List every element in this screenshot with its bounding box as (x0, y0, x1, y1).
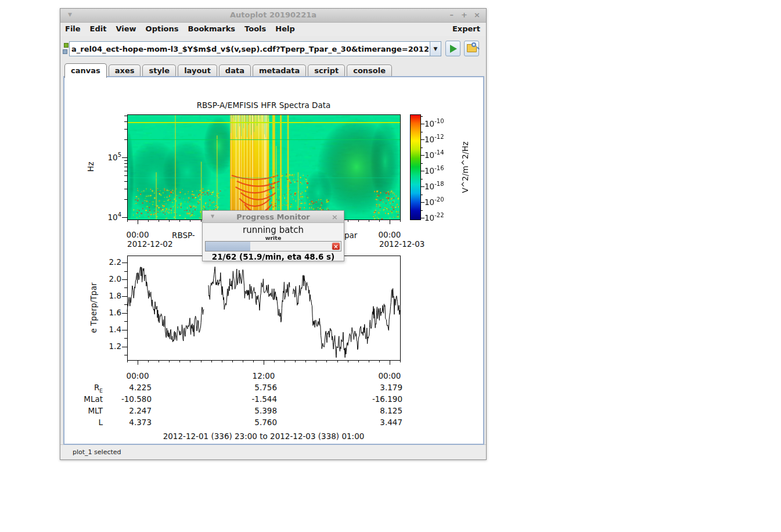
tick-label: 00:00 (120, 230, 155, 239)
tick-label: 12:00 (246, 371, 281, 380)
blue-led-icon (63, 49, 67, 54)
tick-label: 10-18 (424, 181, 459, 191)
tab-script[interactable]: script (308, 64, 345, 77)
uri-toolbar: ▼ (60, 36, 486, 62)
play-icon (450, 45, 457, 53)
tick-label: 1.2 (92, 342, 121, 351)
status-text: plot_1 selected (73, 448, 121, 456)
tick-label: 10-12 (424, 134, 459, 144)
menu-edit[interactable]: Edit (85, 23, 111, 35)
tab-console[interactable]: console (347, 64, 392, 77)
spectrogram-canvas[interactable] (121, 109, 406, 225)
maximize-button[interactable]: + (461, 10, 467, 19)
progress-bar: × (205, 241, 341, 251)
tick-label: 2.2 (92, 257, 121, 267)
status-bar: plot_1 selected (60, 444, 486, 459)
progress-bar-fill (206, 242, 250, 251)
tab-bar: canvasaxesstylelayoutdatametadatascriptc… (64, 62, 486, 77)
table-value: -16.190 (333, 394, 402, 404)
menu-tools[interactable]: Tools (240, 23, 271, 35)
table-value: 5.760 (207, 418, 277, 427)
spectrogram-y-axis-label: Hz (86, 143, 95, 190)
tab-style[interactable]: style (142, 64, 176, 77)
timerange-footer: 2012-12-01 (336) 23:00 to 2012-12-03 (33… (64, 432, 463, 441)
uri-input[interactable] (70, 42, 430, 55)
tick-label: 00:00 (120, 371, 155, 380)
tick-label: 10-20 (424, 196, 459, 207)
combo-dropdown-icon[interactable]: ▼ (430, 42, 441, 56)
datasource-type-icons (62, 43, 69, 55)
progress-monitor-dialog: ▼ Progress Monitor × running batch write… (202, 210, 344, 261)
menu-options[interactable]: Options (141, 23, 183, 35)
tick-label: 105 (92, 152, 121, 162)
table-value: 3.179 (333, 383, 402, 392)
expert-menu[interactable]: Expert (452, 24, 480, 33)
tick-label: 00:00 (372, 371, 407, 380)
tab-layout[interactable]: layout (178, 64, 217, 77)
menu-view[interactable]: View (111, 23, 141, 35)
uri-combobox: ▼ (69, 41, 441, 56)
dialog-titlebar[interactable]: ▼ Progress Monitor × (203, 211, 344, 223)
window-title: Autoplot 20190221a (60, 10, 486, 19)
date-label: 2012-12-02 (127, 239, 182, 249)
tick-label: 10-22 (424, 212, 459, 222)
minimize-button[interactable]: – (450, 10, 454, 19)
menu-bar: FileEditViewOptionsBookmarksToolsHelp Ex… (60, 23, 486, 36)
timeseries-canvas[interactable] (121, 250, 406, 366)
tick-label: 2.0 (92, 274, 121, 283)
dialog-close-icon[interactable]: × (332, 213, 338, 221)
tick-label: 1.8 (92, 291, 121, 300)
timeseries-title-fragment-left: RBSP- (172, 231, 195, 240)
table-value: 4.373 (82, 418, 152, 427)
progress-status-label: 21/62 (51.9/min, eta 48.6 s) (203, 252, 344, 261)
tick-label: 1.4 (92, 325, 121, 334)
menu-help[interactable]: Help (271, 23, 299, 35)
autoplot-window: ▼ Autoplot 20190221a – + × FileEditViewO… (60, 8, 487, 460)
tick-label: 00:00 (372, 230, 407, 239)
progress-task-label: running batch (203, 225, 344, 235)
tick-label: 10-16 (424, 165, 459, 175)
menu-bookmarks[interactable]: Bookmarks (183, 23, 240, 35)
table-value: -1.544 (207, 394, 277, 404)
folder-icon (467, 46, 477, 52)
inspect-uri-button[interactable] (464, 41, 479, 56)
tab-axes[interactable]: axes (109, 64, 141, 77)
green-led-icon (64, 43, 69, 48)
tab-metadata[interactable]: metadata (253, 64, 306, 77)
table-value: 5.398 (207, 406, 277, 415)
table-value: 3.447 (333, 418, 402, 427)
close-button[interactable]: × (474, 10, 480, 19)
magnifier-icon (472, 42, 476, 47)
tick-label: 10-14 (424, 149, 459, 160)
cancel-task-button[interactable]: × (332, 242, 340, 250)
dialog-title: Progress Monitor (203, 213, 344, 221)
menu-file[interactable]: File (60, 23, 85, 35)
table-value: 5.756 (207, 383, 277, 392)
table-value: 2.247 (82, 406, 152, 415)
tick-label: 104 (92, 211, 121, 222)
table-value: -10.580 (82, 394, 152, 404)
tick-label: 1.6 (92, 308, 121, 317)
table-value: 8.125 (333, 406, 402, 415)
plot-go-button[interactable] (445, 41, 460, 56)
date-label: 2012-12-03 (379, 239, 434, 249)
tab-canvas[interactable]: canvas (64, 63, 107, 78)
tick-label: 10-10 (424, 118, 459, 128)
window-titlebar[interactable]: ▼ Autoplot 20190221a – + × (60, 9, 486, 23)
timeseries-title-fragment-right: par (344, 231, 357, 240)
colorbar-axis-label: V^2/m^2/Hz (460, 127, 470, 208)
tab-data[interactable]: data (219, 64, 251, 77)
table-value: 4.225 (82, 383, 152, 392)
